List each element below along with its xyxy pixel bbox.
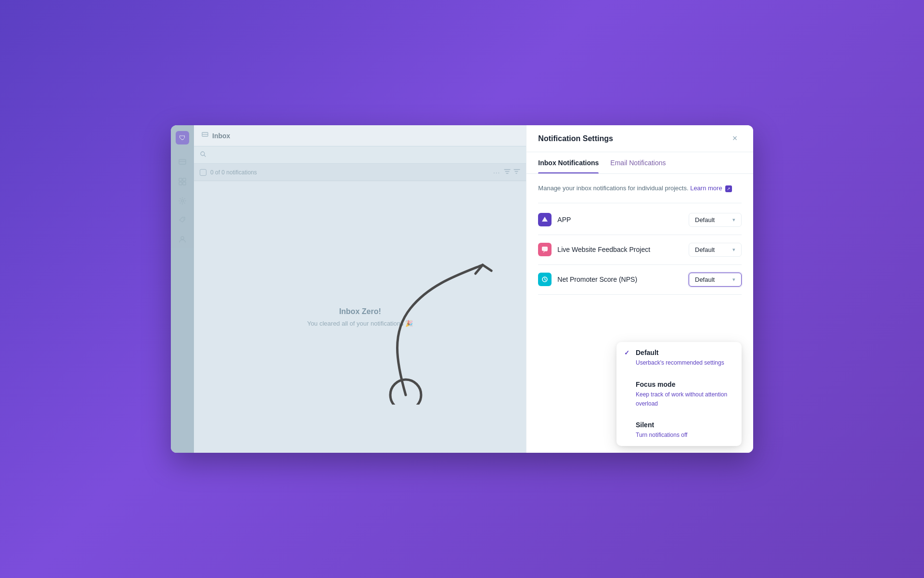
sort-icon[interactable] [513,168,520,176]
svg-rect-4 [183,182,186,185]
learn-more-external-icon: ↗ [725,185,732,192]
project-select-feedback[interactable]: Default ▾ [689,243,742,257]
svg-rect-3 [179,182,182,185]
svg-rect-1 [179,178,182,181]
project-select-app[interactable]: Default ▾ [689,213,742,227]
sidebar-item-profile[interactable] [177,234,188,245]
divider-top [538,203,742,203]
dropdown-item-silent[interactable]: Silent Turn notifications off [616,414,742,446]
dropdown-item-silent-desc: Turn notifications off [636,432,687,438]
dropdown-item-default-desc: Userback's recommended settings [636,359,724,366]
svg-rect-2 [183,178,186,181]
svg-rect-0 [179,159,186,164]
chevron-down-icon-feedback: ▾ [732,247,735,253]
notification-settings-modal: Notification Settings × Inbox Notificati… [526,125,753,453]
dropdown-item-focus-title: Focus mode [636,381,675,388]
dropdown-item-default-title: Default [636,349,658,356]
modal-description: Manage your inbox notifications for indi… [538,184,742,193]
learn-more-link[interactable]: Learn more [690,184,722,192]
filter-icon[interactable] [504,168,511,176]
svg-rect-11 [542,247,548,251]
inbox-zero-subtitle: You cleared all of your notifications 🎉 [307,320,413,327]
tab-email-notifications[interactable]: Email Notifications [610,152,666,173]
notification-dropdown-menu: ✓ Default Userback's recommended setting… [616,342,742,446]
inbox-zero-title: Inbox Zero! [339,307,381,316]
notifications-bar: 0 of 0 notifications ··· [194,164,526,181]
sidebar-item-inbox[interactable] [177,157,188,168]
sidebar-item-settings[interactable] [177,196,188,206]
search-icon [200,151,206,159]
dropdown-item-focus[interactable]: Focus mode Keep track of work without at… [616,374,742,415]
sidebar-item-tags[interactable] [177,215,188,225]
select-all-checkbox[interactable] [200,169,206,176]
inbox-empty-state: Inbox Zero! You cleared all of your noti… [194,181,526,453]
svg-point-5 [181,200,184,202]
chevron-down-icon-app: ▾ [732,217,735,223]
dropdown-item-default[interactable]: ✓ Default Userback's recommended setting… [616,342,742,374]
svg-point-6 [183,219,184,220]
tab-inbox-notifications[interactable]: Inbox Notifications [538,152,599,173]
project-select-nps-value: Default [695,276,715,283]
notification-count: 0 of 0 notifications [210,169,489,176]
project-name-feedback: Live Website Feedback Project [557,246,683,253]
modal-tabs: Inbox Notifications Email Notifications [526,152,753,174]
check-icon-default: ✓ [624,349,632,356]
app-window: 🛡 [171,125,753,453]
project-select-feedback-value: Default [695,246,715,253]
chevron-down-icon-nps: ▾ [732,276,735,283]
project-name-app: APP [557,216,683,223]
svg-point-7 [181,236,184,239]
project-icon-feedback [538,243,552,256]
project-icon-nps [538,273,552,286]
project-row-nps: Net Promoter Score (NPS) Default ▾ [538,265,742,295]
project-name-nps: Net Promoter Score (NPS) [557,276,683,283]
project-row-app: APP Default ▾ [538,205,742,235]
project-select-app-value: Default [695,216,715,223]
sidebar-logo[interactable]: 🛡 [176,131,189,144]
inbox-header: Inbox [194,125,526,146]
inbox-title: Inbox [212,132,230,140]
sidebar: 🛡 [171,125,194,453]
more-options-icon[interactable]: ··· [493,169,500,176]
filter-icons [504,168,520,176]
inbox-content: Inbox 0 of 0 notifications ··· [194,125,526,453]
logo-icon: 🛡 [179,134,186,142]
project-select-nps[interactable]: Default ▾ [689,273,742,287]
modal-close-button[interactable]: × [728,132,742,145]
inbox-search-bar [194,146,526,164]
modal-title: Notification Settings [538,134,613,143]
modal-header: Notification Settings × [526,125,753,152]
left-panel: 🛡 [171,125,526,453]
dropdown-item-focus-desc: Keep track of work without attention ove… [636,391,727,407]
dropdown-item-silent-title: Silent [636,421,654,429]
sidebar-item-projects[interactable] [177,176,188,187]
project-icon-app [538,213,552,226]
inbox-header-icon [202,131,208,140]
project-row-feedback: Live Website Feedback Project Default ▾ [538,235,742,265]
